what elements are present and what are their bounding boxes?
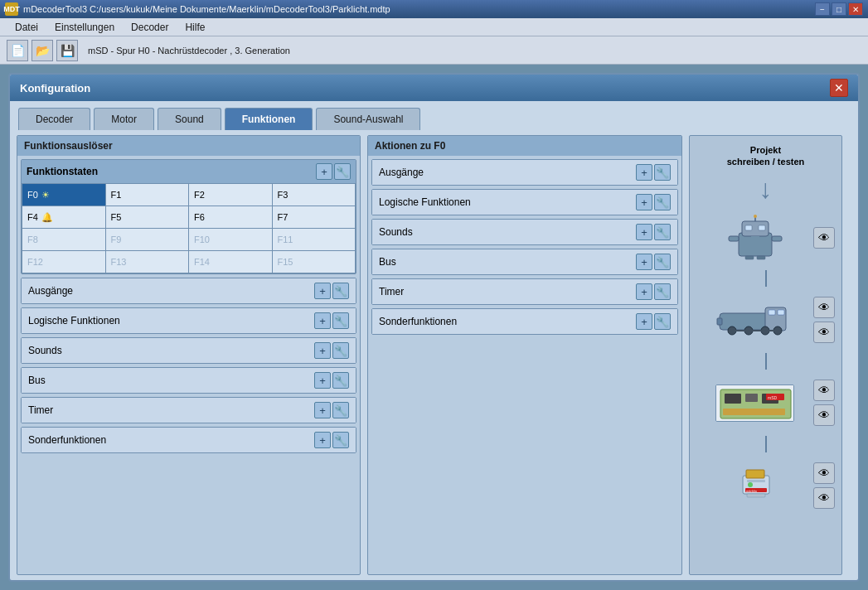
right-bus-edit[interactable]: 🔧 (654, 254, 671, 270)
svg-point-10 (754, 215, 757, 218)
left-bus-add[interactable]: + (314, 372, 331, 389)
fn-cell-f15[interactable]: F15 (273, 251, 356, 273)
right-panel: Aktionen zu F0 Ausgänge + 🔧 Logische Fun… (367, 135, 682, 575)
fn-cell-f7[interactable]: F7 (273, 206, 356, 228)
tab-funktionen[interactable]: Funktionen (225, 108, 313, 130)
right-sounds-edit[interactable]: 🔧 (654, 224, 671, 240)
right-logische-title: Logische Funktionen (379, 196, 634, 208)
fn-cell-f6[interactable]: F6 (189, 206, 272, 228)
connector-line-3 (765, 436, 767, 452)
svg-rect-5 (772, 236, 782, 241)
left-ausgange-row: Ausgänge + 🔧 (22, 278, 356, 303)
fn-cell-f9[interactable]: F9 (106, 229, 189, 250)
right-ausgange-section: Ausgänge + 🔧 (371, 159, 678, 186)
close-button[interactable]: ✕ (848, 2, 863, 16)
left-timer-section: Timer + 🔧 (21, 397, 356, 423)
decoder-section: mSD 👁 👁 (696, 376, 835, 429)
fn-cell-f1[interactable]: F1 (106, 184, 189, 206)
svg-rect-26 (723, 409, 785, 415)
right-sounds-section: Sounds + 🔧 (371, 219, 678, 245)
funktionstasten-add-btn[interactable]: + (316, 163, 332, 180)
tab-decoder[interactable]: Decoder (18, 108, 90, 130)
fn-cell-f12[interactable]: F12 (22, 251, 105, 273)
left-logische-edit[interactable]: 🔧 (332, 312, 349, 329)
right-sonder-section: Sonderfunktionen + 🔧 (371, 308, 678, 335)
maximize-button[interactable]: □ (832, 2, 846, 16)
robot-section: 👁 (696, 211, 835, 264)
tab-sound[interactable]: Sound (158, 108, 221, 130)
right-logische-section: Logische Funktionen + 🔧 (371, 189, 678, 215)
right-ausgange-edit[interactable]: 🔧 (654, 164, 671, 181)
fn-cell-f13[interactable]: F13 (106, 251, 189, 273)
svg-rect-35 (747, 494, 765, 497)
tab-motor[interactable]: Motor (94, 108, 154, 130)
fn-cell-f14[interactable]: F14 (189, 251, 272, 273)
left-sonder-add[interactable]: + (314, 432, 331, 448)
config-close-button[interactable]: ✕ (830, 79, 848, 97)
fn-cell-f0[interactable]: F0 ☀ (22, 184, 105, 206)
svg-text:märklin: märklin (746, 489, 757, 493)
right-sonder-edit[interactable]: 🔧 (654, 313, 671, 330)
right-logische-row: Logische Funktionen + 🔧 (372, 190, 677, 215)
decoder-view-btn-1[interactable]: 👁 (813, 380, 835, 401)
window-title: mDecoderTool3 C:/users/kukuk/Meine Dokum… (23, 4, 815, 14)
funktionstasten-edit-btn[interactable]: 🔧 (334, 163, 351, 180)
left-sounds-add[interactable]: + (314, 342, 331, 359)
left-timer-edit[interactable]: 🔧 (332, 402, 349, 418)
fn-cell-f10[interactable]: F10 (189, 229, 272, 250)
right-logische-edit[interactable]: 🔧 (654, 194, 671, 210)
left-timer-title: Timer (28, 404, 313, 416)
toolbar-open[interactable]: 📂 (32, 40, 53, 61)
right-bus-add[interactable]: + (636, 254, 652, 270)
fn-cell-f3[interactable]: F3 (273, 184, 356, 206)
fn-cell-f2[interactable]: F2 (189, 184, 272, 206)
menu-datei[interactable]: Datei (7, 20, 46, 35)
left-bus-section: Bus + 🔧 (21, 367, 356, 394)
right-timer-add[interactable]: + (636, 283, 652, 300)
svg-rect-24 (745, 394, 758, 402)
fn-cell-f4[interactable]: F4 🔔 (22, 206, 105, 228)
menu-bar: Datei Einstellungen Decoder Hilfe (0, 18, 868, 36)
train-view-btn-2[interactable]: 👁 (813, 322, 835, 343)
decoder-image: mSD (715, 384, 794, 422)
right-logische-add[interactable]: + (636, 194, 652, 210)
left-ausgange-edit[interactable]: 🔧 (332, 283, 349, 299)
svg-rect-4 (729, 236, 739, 241)
right-sounds-add[interactable]: + (636, 224, 652, 240)
left-sounds-edit[interactable]: 🔧 (332, 342, 349, 359)
toolbar: 📄 📂 💾 mSD - Spur H0 - Nachrüstdecoder , … (0, 36, 868, 65)
usb-view-btn-2[interactable]: 👁 (813, 487, 835, 509)
robot-view-btn-1[interactable]: 👁 (813, 227, 835, 249)
config-title: Konfiguration (20, 82, 830, 94)
toolbar-new[interactable]: 📄 (7, 40, 28, 61)
decoder-view-btn-2[interactable]: 👁 (813, 404, 835, 426)
menu-decoder[interactable]: Decoder (123, 20, 177, 35)
right-ausgange-add[interactable]: + (636, 164, 652, 181)
minimize-button[interactable]: − (815, 2, 830, 16)
fn-cell-f11[interactable]: F11 (273, 229, 356, 250)
left-logische-add[interactable]: + (314, 312, 331, 329)
sidebar-title: Projekt schreiben / testen (727, 144, 805, 167)
right-timer-edit[interactable]: 🔧 (654, 283, 671, 300)
fn-cell-f5[interactable]: F5 (106, 206, 189, 228)
right-bus-section: Bus + 🔧 (371, 249, 678, 275)
left-logische-title: Logische Funktionen (28, 315, 313, 326)
tab-sound-auswahl[interactable]: Sound-Auswahl (316, 108, 420, 130)
left-timer-add[interactable]: + (314, 402, 331, 418)
menu-einstellungen[interactable]: Einstellungen (46, 20, 123, 35)
right-sonder-add[interactable]: + (636, 313, 652, 330)
train-view-btn-1[interactable]: 👁 (813, 297, 835, 318)
toolbar-save[interactable]: 💾 (56, 40, 78, 61)
right-panel-header: Aktionen zu F0 (368, 136, 681, 156)
svg-rect-3 (759, 225, 765, 230)
left-bus-edit[interactable]: 🔧 (332, 372, 349, 389)
right-timer-section: Timer + 🔧 (371, 278, 678, 305)
train-section: 👁 👁 (696, 293, 835, 346)
left-sonder-edit[interactable]: 🔧 (332, 432, 349, 448)
config-body: Funktionsauslöser Funktionstaten + 🔧 F0 … (10, 130, 858, 580)
left-ausgange-add[interactable]: + (314, 283, 331, 299)
usb-view-btn-1[interactable]: 👁 (813, 462, 835, 484)
menu-hilfe[interactable]: Hilfe (177, 20, 213, 35)
fn-cell-f8[interactable]: F8 (22, 229, 105, 250)
main-content: Konfiguration ✕ Decoder Motor Sound Funk… (0, 65, 868, 590)
